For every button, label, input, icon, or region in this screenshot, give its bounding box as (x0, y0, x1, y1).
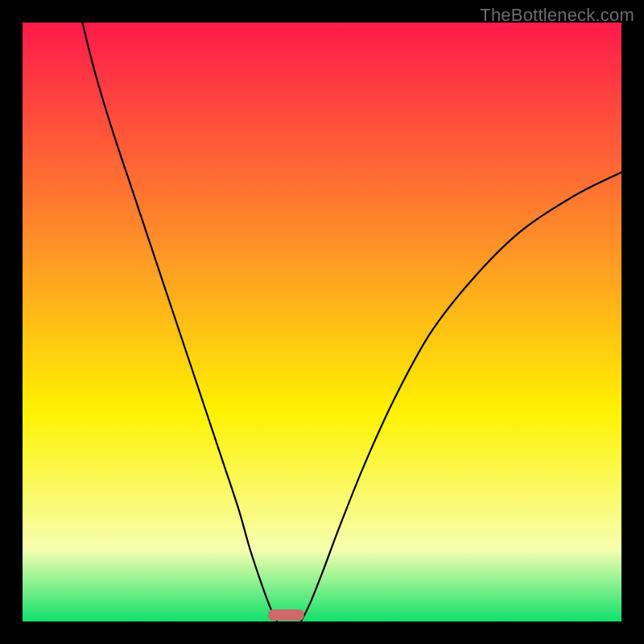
chart-frame (23, 23, 621, 621)
bottleneck-chart (23, 23, 621, 621)
watermark-text: TheBottleneck.com (480, 5, 634, 26)
gradient-background (23, 23, 621, 621)
optimum-marker (268, 609, 304, 621)
